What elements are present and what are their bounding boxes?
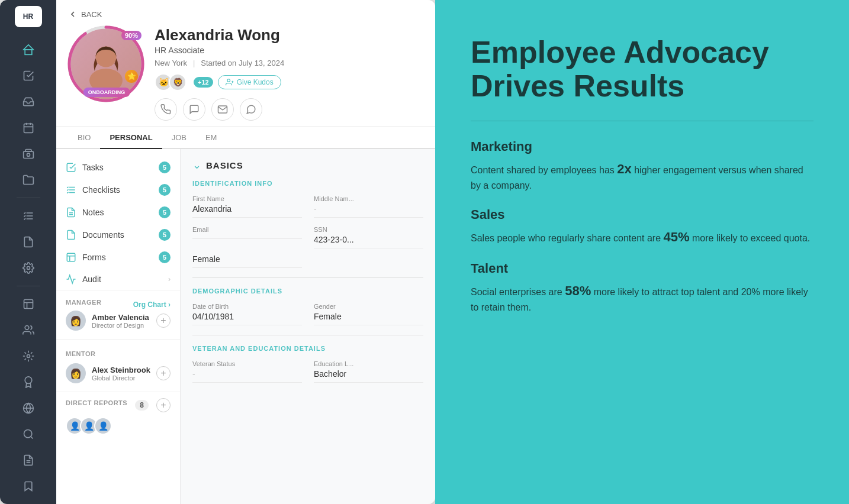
svg-marker-0 [23,45,33,50]
kudos-avatar-2: 🦁 [169,73,186,91]
manager-avatar: 👩 [66,311,86,331]
menu-item-audit-left: Audit [66,274,101,285]
advocacy-sales-title: Sales [471,207,813,222]
tab-personal[interactable]: PERSONAL [100,127,162,149]
sidebar-menu: Tasks 5 Checklists 5 Notes 5 [56,149,181,504]
mentor-person-row: 👩 Alex Steinbrook Global Director [66,363,150,383]
direct-reports-section: DIRECT REPORTS 8 + 👤 👤 👤 [56,392,180,441]
profile-meta: New York | Started on July 13, 2024 [155,59,423,67]
org-chart-label: Org Chart [133,301,166,309]
nav-divider [17,198,40,198]
add-dr-button[interactable]: + [156,398,171,412]
email-label: Email [192,226,302,233]
education-value: Bachelor [314,369,423,383]
profile-role: HR Associate [155,46,423,55]
menu-item-documents[interactable]: Documents 5 [56,224,180,246]
main-content: BACK [56,0,435,504]
gender-field-2: Gender Female [314,303,423,325]
mentor-avatar: 👩 [66,363,86,383]
advocacy-marketing-stat: 2x [617,161,631,176]
nav-inbox[interactable] [14,90,43,114]
nav-analytics[interactable] [14,292,43,316]
section-divider-2 [192,335,423,335]
gender-field: Female [192,254,302,268]
dr-header: DIRECT REPORTS 8 + [66,398,171,412]
contact-icons [155,98,423,127]
bubble-icon-btn[interactable] [240,98,262,121]
nav-notes[interactable] [14,230,43,254]
menu-item-audit[interactable]: Audit › [56,269,180,290]
menu-checklists-label: Checklists [82,185,120,195]
advocacy-divider [471,121,813,121]
basics-header: ⌄ BASICS [192,159,423,172]
nav-checklist[interactable] [14,204,43,228]
profile-tabs: BIO PERSONAL JOB EM [56,127,435,149]
kudos-row: 🐱 🦁 +12 Give Kudos [155,73,423,91]
phone-icon-btn[interactable] [155,98,177,121]
location: New York [155,59,187,67]
add-manager-button[interactable]: + [156,314,171,328]
veteran-status-field: Veteran Status - [192,360,302,383]
nav-calendar[interactable] [14,116,43,140]
give-kudos-label: Give Kudos [237,78,274,86]
veteran-title: VETERAN AND EDUCATION DETAILS [192,345,423,354]
menu-item-tasks-left: Tasks [66,162,104,173]
chat-icon-btn[interactable] [183,98,205,121]
gender-row: Female [192,254,423,268]
advocacy-talent: Talent Social enterprises are 58% more l… [471,261,813,315]
manager-name: Amber Valencia [92,313,149,322]
advocacy-talent-stat: 58% [565,283,591,298]
menu-item-notes[interactable]: Notes 5 [56,201,180,224]
menu-notes-badge: 5 [159,206,171,218]
avatar-stack: 🐱 🦁 [155,73,186,91]
education-label: Education L... [314,360,423,367]
svg-point-14 [27,355,30,358]
advocacy-sales: Sales Sales people who regularly share c… [471,207,813,247]
meta-divider: | [193,59,195,67]
nav-people[interactable] [14,318,43,342]
give-kudos-button[interactable]: Give Kudos [218,75,281,89]
profile-name: Alexandria Wong [155,26,423,44]
menu-item-forms[interactable]: Forms 5 [56,246,180,269]
tab-bio[interactable]: BIO [68,127,100,149]
gender-value-2: Female [314,312,423,325]
veteran-status-value: - [192,369,302,383]
menu-tasks-badge: 5 [159,161,171,173]
org-chart-link[interactable]: Org Chart › [133,301,171,309]
svg-point-11 [27,267,30,270]
email-value [192,235,302,239]
nav-settings[interactable] [14,256,43,280]
menu-checklists-badge: 5 [159,184,171,196]
veteran-status-label: Veteran Status [192,360,302,367]
identification-section: IDENTIFICATION INFO First Name Alexandri… [192,180,423,268]
manager-section: MANAGER Org Chart › 👩 Amber Valencia Dir… [56,290,180,339]
tab-em[interactable]: EM [196,127,227,149]
nav-badge[interactable] [14,370,43,394]
nav-id[interactable] [14,142,43,166]
add-mentor-button[interactable]: + [156,366,171,380]
more-kudos-badge[interactable]: +12 [194,77,213,88]
collapse-button[interactable]: ⌄ [192,159,201,172]
nav-integration[interactable] [14,396,43,420]
middle-name-label: Middle Nam... [314,195,423,202]
nav-search[interactable] [14,422,43,446]
manager-person-row: 👩 Amber Valencia Director of Design [66,311,149,331]
svg-point-18 [24,430,31,438]
menu-item-checklists[interactable]: Checklists 5 [56,179,180,201]
menu-tasks-label: Tasks [82,163,104,172]
nav-doc2[interactable] [14,448,43,472]
nav-tasks[interactable] [14,64,43,88]
menu-item-tasks[interactable]: Tasks 5 [56,156,180,179]
svg-point-15 [25,377,32,384]
gender-value: Female [192,254,302,268]
demographic-section: DEMOGRAPHIC DETAILS Date of Birth 04/10/… [192,287,423,325]
tab-job[interactable]: JOB [162,127,196,149]
nav-bookmark[interactable] [14,474,43,498]
basics-title: BASICS [206,160,243,170]
nav-folder[interactable] [14,168,43,192]
email-icon-btn[interactable] [211,98,234,121]
back-button[interactable]: BACK [68,9,423,19]
dr-avatars: 👤 👤 👤 [66,417,171,435]
nav-gear2[interactable] [14,344,43,368]
nav-home[interactable] [14,38,43,62]
